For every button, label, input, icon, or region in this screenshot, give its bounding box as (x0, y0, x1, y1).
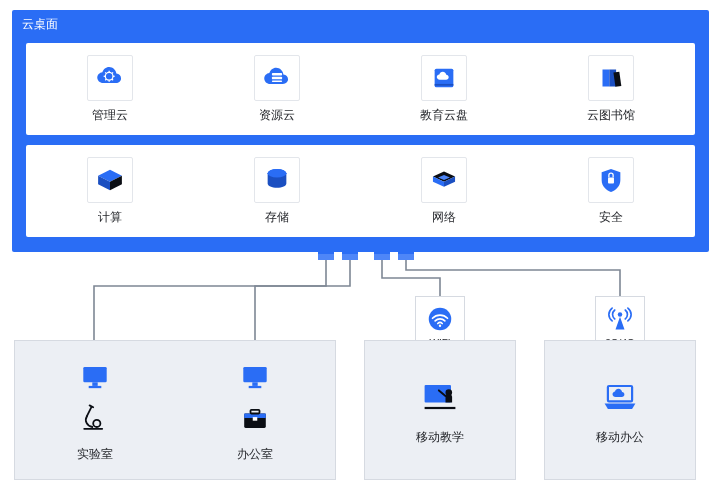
group-mobile-teaching: 移动教学 (364, 340, 516, 480)
label: 计算 (98, 209, 122, 226)
cloud-disk-icon (421, 55, 467, 101)
security-icon (588, 157, 634, 203)
cloud-library-icon (588, 55, 634, 101)
label: 教育云盘 (420, 107, 468, 124)
item-office: 办公室 (235, 358, 275, 463)
item-manage-cloud: 管理云 (50, 55, 170, 124)
label: 网络 (432, 209, 456, 226)
cloud-server-icon (254, 55, 300, 101)
network-icon (421, 157, 467, 203)
label: 移动教学 (416, 429, 464, 446)
item-network: 网络 (384, 157, 504, 226)
row-cloud-services: 管理云 资源云 教育云盘 云图书馆 (26, 43, 695, 135)
cell-tower-icon (600, 302, 640, 336)
item-mobile-teaching: 移动教学 (416, 375, 464, 446)
item-cloud-library: 云图书馆 (551, 55, 671, 124)
label: 存储 (265, 209, 289, 226)
label: 实验室 (77, 446, 113, 463)
teaching-icon (416, 375, 464, 419)
item-resource-cloud: 资源云 (217, 55, 337, 124)
monitor-icon (75, 358, 115, 394)
monitor-icon (235, 358, 275, 394)
label: 办公室 (237, 446, 273, 463)
cloud-desktop-panel: 云桌面 管理云 资源云 教育云盘 云图书馆 计算 存储 网络 (12, 10, 709, 252)
cloud-gear-icon (87, 55, 133, 101)
laptop-cloud-icon (596, 375, 644, 419)
label: 安全 (599, 209, 623, 226)
item-storage: 存储 (217, 157, 337, 226)
cloud-desktop-title: 云桌面 (12, 10, 709, 37)
storage-icon (254, 157, 300, 203)
briefcase-icon (235, 400, 275, 436)
label: 云图书馆 (587, 107, 635, 124)
label: 管理云 (92, 107, 128, 124)
item-compute: 计算 (50, 157, 170, 226)
wifi-icon (420, 302, 460, 336)
label: 资源云 (259, 107, 295, 124)
row-infra: 计算 存储 网络 安全 (26, 145, 695, 237)
microscope-icon (75, 400, 115, 436)
item-edu-cloud-disk: 教育云盘 (384, 55, 504, 124)
compute-icon (87, 157, 133, 203)
item-mobile-office: 移动办公 (596, 375, 644, 446)
item-lab: 实验室 (75, 358, 115, 463)
item-security: 安全 (551, 157, 671, 226)
label: 移动办公 (596, 429, 644, 446)
group-rooms: 实验室 办公室 (14, 340, 336, 480)
group-mobile-office: 移动办公 (544, 340, 696, 480)
